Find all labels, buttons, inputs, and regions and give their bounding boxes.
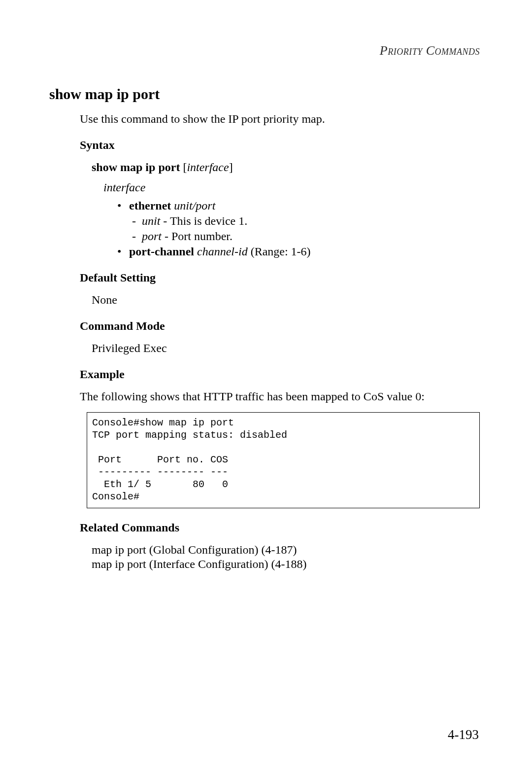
port-line: - port - Port number. <box>132 230 483 243</box>
default-setting-heading: Default Setting <box>80 271 483 284</box>
dash-icon: - <box>132 230 142 243</box>
interface-label: interface <box>103 181 483 194</box>
syntax-bracket-close: ] <box>229 161 233 174</box>
related-line-1: map ip port (Global Configuration) (4-18… <box>92 543 483 557</box>
related-line-2: map ip port (Interface Configuration) (4… <box>92 558 483 571</box>
portchannel-keyword: port-channel <box>129 245 194 258</box>
example-description: The following shows that HTTP traffic ha… <box>80 390 483 403</box>
port-name: port <box>142 230 162 243</box>
page: Priority Commands show map ip port Use t… <box>0 0 532 774</box>
bullet-icon: • <box>117 199 126 212</box>
related-commands-heading: Related Commands <box>80 521 483 534</box>
command-description: Use this command to show the IP port pri… <box>80 112 483 126</box>
ethernet-keyword: ethernet <box>129 199 171 212</box>
syntax-line: show map ip port [interface] <box>92 161 483 174</box>
portchannel-param: channel-id <box>197 245 248 258</box>
unit-line: - unit - This is device 1. <box>132 214 483 228</box>
command-mode-value: Privileged Exec <box>92 342 483 355</box>
page-number: 4-193 <box>448 727 479 742</box>
port-desc: - Port number. <box>162 230 233 243</box>
example-code-block: Console#show map ip port TCP port mappin… <box>87 412 480 508</box>
ethernet-param: unit/port <box>174 199 215 212</box>
ethernet-option: • ethernet unit/port <box>117 199 483 212</box>
command-title: show map ip port <box>49 86 483 103</box>
default-setting-value: None <box>92 293 483 307</box>
command-mode-heading: Command Mode <box>80 319 483 333</box>
syntax-heading: Syntax <box>80 139 483 152</box>
bullet-icon: • <box>117 245 126 258</box>
unit-desc: - This is device 1. <box>160 214 247 227</box>
running-header: Priority Commands <box>49 43 480 58</box>
portchannel-option: • port-channel channel-id (Range: 1-6) <box>117 245 483 258</box>
syntax-command: show map ip port <box>92 161 180 174</box>
portchannel-range: (Range: 1-6) <box>248 245 311 258</box>
interface-options: • ethernet unit/port - unit - This is de… <box>117 199 483 258</box>
dash-icon: - <box>132 214 142 227</box>
example-heading: Example <box>80 368 483 381</box>
syntax-param: interface <box>187 161 229 174</box>
unit-name: unit <box>142 214 160 227</box>
